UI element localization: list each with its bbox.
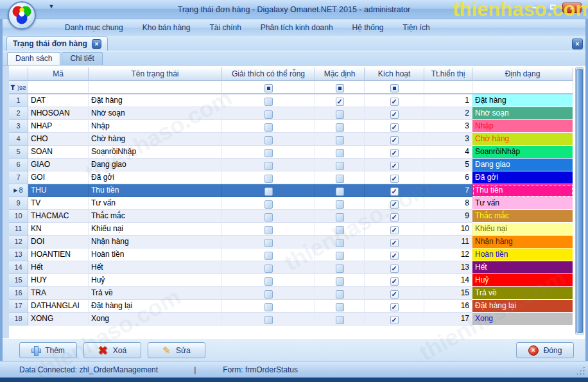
menu-item-2[interactable]: Kho bán hàng (133, 21, 200, 35)
checked-checkbox[interactable]: ✓ (390, 98, 399, 106)
table-row[interactable]: 2NHOSOANNhờ soạn✓2Nhờ soạn (9, 107, 573, 120)
column-header-tt-hien-thi[interactable]: Tt.hiển thị (424, 67, 472, 81)
menu-item-5[interactable]: Hệ thống (343, 21, 393, 35)
checkbox-cell[interactable]: ✓ (365, 107, 424, 120)
cell-tt-hien-thi[interactable]: 3 (424, 120, 472, 133)
cell-tt-hien-thi[interactable]: 13 (424, 261, 472, 274)
cell-ma[interactable]: KN (28, 223, 89, 236)
unchecked-checkbox[interactable] (336, 162, 344, 170)
cell-ten-trang-thai[interactable]: Tư vấn (89, 197, 222, 210)
checkbox-cell[interactable] (315, 248, 365, 261)
subtab-danh-sách[interactable]: Danh sách (7, 52, 60, 65)
cell-tt-hien-thi[interactable]: 7 (424, 184, 472, 197)
cell-ten-trang-thai[interactable]: Thắc mắc (89, 210, 222, 223)
cell-dinh-dang[interactable]: SoạnrồiNhập (472, 146, 573, 159)
unchecked-checkbox[interactable] (336, 316, 344, 324)
unchecked-checkbox[interactable] (264, 200, 273, 209)
unchecked-checkbox[interactable] (264, 213, 273, 221)
subtab-chi-tiết[interactable]: Chi tiết (62, 52, 102, 65)
cell-ten-trang-thai[interactable]: Đang giao (89, 159, 222, 171)
row-indicator[interactable]: 15 (9, 274, 28, 287)
column-header-mac-dinh[interactable]: Mặc định (315, 67, 365, 81)
table-row[interactable]: 14HếtHết✓13Hết (9, 261, 573, 274)
checkbox-cell[interactable] (222, 300, 315, 313)
checkbox-cell[interactable] (222, 107, 315, 120)
row-indicator[interactable]: 13 (9, 248, 28, 261)
row-indicator[interactable]: ▶8 (9, 184, 28, 197)
table-row[interactable]: 13HOANTIENHoàn tiền✓12Hoàn tiền (9, 248, 573, 261)
filter-cell-ma[interactable] (28, 81, 89, 94)
unchecked-checkbox[interactable] (336, 239, 344, 247)
row-indicator[interactable]: 9 (9, 197, 28, 210)
row-indicator[interactable]: 11 (9, 223, 28, 236)
resize-grip[interactable] (576, 366, 585, 375)
cell-tt-hien-thi[interactable]: 15 (424, 287, 472, 300)
row-indicator[interactable]: 2 (9, 107, 28, 120)
cell-ma[interactable]: GIAO (28, 159, 89, 171)
checkbox-cell[interactable]: ✓ (315, 94, 365, 107)
cell-ten-trang-thai[interactable]: Thu tiền (89, 184, 222, 197)
checkbox-cell[interactable]: ✓ (365, 223, 424, 236)
row-indicator[interactable]: 7 (9, 171, 28, 184)
cell-ma[interactable]: SOAN (28, 146, 89, 159)
menu-item-3[interactable]: Tài chính (200, 21, 250, 35)
cell-dinh-dang[interactable]: Trả về (472, 287, 573, 300)
filter-cell-tt[interactable] (424, 81, 472, 94)
checkbox-cell[interactable] (222, 210, 315, 223)
checkbox-cell[interactable]: ✓ (365, 146, 424, 159)
checkbox-cell[interactable]: ✓ (365, 236, 424, 248)
table-row[interactable]: 4CHOChờ hàng✓3Chờ hàng (9, 133, 573, 146)
cell-tt-hien-thi[interactable]: 16 (424, 300, 472, 313)
checkbox-cell[interactable] (315, 120, 365, 133)
cell-ten-trang-thai[interactable]: Trả về (89, 287, 222, 300)
cell-dinh-dang[interactable]: Tư vấn (472, 197, 573, 210)
cell-dinh-dang[interactable]: Thu tiền (472, 184, 573, 197)
checkbox-cell[interactable]: ✓ (365, 274, 424, 287)
unchecked-checkbox[interactable] (336, 303, 344, 311)
cell-tt-hien-thi[interactable]: 1 (424, 94, 472, 107)
indeterminate-checkbox[interactable] (390, 84, 399, 92)
table-row[interactable]: 9TVTư vấn✓8Tư vấn (9, 197, 573, 210)
unchecked-checkbox[interactable] (336, 252, 344, 260)
checked-checkbox[interactable]: ✓ (390, 110, 399, 119)
cell-ten-trang-thai[interactable]: Nhờ soạn (89, 107, 222, 120)
unchecked-checkbox[interactable] (264, 277, 273, 286)
unchecked-checkbox[interactable] (264, 265, 273, 273)
checkbox-cell[interactable]: ✓ (365, 248, 424, 261)
quick-access-dropdown-icon[interactable]: ▼ (46, 3, 56, 12)
cell-tt-hien-thi[interactable]: 4 (424, 146, 472, 159)
checkbox-cell[interactable]: ✓ (365, 313, 424, 326)
cell-tt-hien-thi[interactable]: 17 (424, 313, 472, 326)
unchecked-checkbox[interactable] (264, 239, 273, 247)
cell-tt-hien-thi[interactable]: 9 (424, 210, 472, 223)
table-row[interactable]: 18XONGXong✓17Xong (9, 313, 573, 326)
cell-ten-trang-thai[interactable]: SoạnrồiNhập (89, 146, 222, 159)
close-form-button[interactable]: × Đóng (516, 342, 574, 358)
checkbox-cell[interactable] (315, 287, 365, 300)
checked-checkbox[interactable]: ✓ (390, 213, 399, 221)
add-button[interactable]: Thêm (19, 342, 77, 358)
column-header-ma[interactable]: Mã (28, 67, 89, 81)
unchecked-checkbox[interactable] (336, 290, 344, 299)
checkbox-cell[interactable] (315, 274, 365, 287)
unchecked-checkbox[interactable] (264, 110, 273, 119)
checkbox-cell[interactable]: ✓ (365, 159, 424, 171)
window-close-button[interactable]: × (562, 3, 582, 13)
cell-ten-trang-thai[interactable]: Hết (89, 261, 222, 274)
unchecked-checkbox[interactable] (264, 290, 273, 299)
checked-checkbox[interactable]: ✓ (390, 226, 399, 234)
row-indicator[interactable]: 16 (9, 287, 28, 300)
table-row[interactable]: 11KNKhiếu nại✓10Khiếu nại (9, 223, 573, 236)
edit-button[interactable]: ✎ Sửa (148, 342, 205, 358)
checkbox-cell[interactable] (222, 197, 315, 210)
cell-ma[interactable]: HUY (28, 274, 89, 287)
unchecked-checkbox[interactable] (336, 265, 344, 273)
checked-checkbox[interactable]: ✓ (390, 149, 399, 157)
filter-cell-dinh-dang[interactable] (472, 81, 573, 94)
checked-checkbox[interactable]: ✓ (390, 136, 399, 144)
checkbox-cell[interactable]: ✓ (365, 133, 424, 146)
minimize-button[interactable] (526, 3, 543, 13)
cell-dinh-dang[interactable]: Hoàn tiền (472, 248, 573, 261)
checked-checkbox[interactable]: ✓ (390, 187, 399, 196)
row-indicator[interactable]: 17 (9, 300, 28, 313)
